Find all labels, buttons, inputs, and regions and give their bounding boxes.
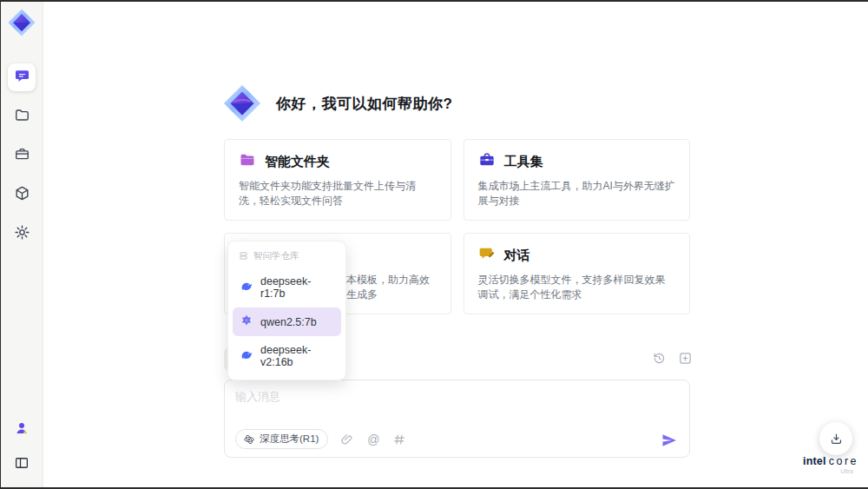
model-option-label: deepseek-v2:16b [260,344,334,368]
folder-icon [14,107,30,127]
model-dropdown-header-label: 智问学仓库 [253,250,299,262]
card-description: 灵活切换多模型文件，支持多样回复效果调试，满足个性化需求 [478,273,676,302]
download-icon [829,432,844,446]
smart-folder-icon [239,151,256,172]
sidebar-item-apps[interactable] [8,181,36,208]
dialogue-icon [478,245,496,266]
model-option-deepseek-v2[interactable]: deepseek-v2:16b [233,338,341,374]
window-left-edge [0,0,1,489]
card-title: 对话 [504,248,530,264]
sidebar-item-toolbox[interactable] [8,142,36,169]
app-logo [222,83,262,123]
sidebar-item-settings[interactable] [8,220,36,248]
greeting-row: 你好，我可以如何帮助你? [222,83,452,123]
deep-think-label: 深度思考(R1) [260,433,319,446]
deepthink-icon [243,433,255,446]
deepseek-icon [240,348,253,365]
download-fab[interactable] [819,422,852,455]
briefcase-icon [14,146,30,166]
sidebar [1,2,43,487]
mention-icon[interactable]: @ [366,433,380,446]
card-description: 智能文件夹功能支持批量文件上传与清洗，轻松实现文件问答 [239,179,437,208]
page-title: 你好，我可以如何帮助你? [276,94,452,114]
card-dialogue[interactable]: 对话 灵活切换多模型文件，支持多样回复效果调试，满足个性化需求 [464,233,691,314]
qwen-icon [240,314,253,330]
model-option-label: deepseek-r1:7b [260,275,334,300]
card-description: 集成市场上主流工具，助力AI与外界无缝扩展与对接 [478,179,676,208]
intel-word: intel [803,455,826,467]
sidebar-item-collapse-panel[interactable] [8,451,36,479]
person-icon [14,420,30,439]
deep-think-toggle[interactable]: 深度思考(R1) [235,429,328,449]
sidebar-item-account[interactable] [8,416,36,444]
card-title: 智能文件夹 [265,154,330,170]
chat-icon [14,68,30,88]
history-icon[interactable] [652,351,667,366]
card-smart-folder[interactable]: 智能文件夹 智能文件夹功能支持批量文件上传与清洗，轻松实现文件问答 [224,139,451,221]
model-dropdown-header: 智问学仓库 [233,247,341,268]
core-word: core [829,455,858,467]
repo-icon [239,251,248,262]
cube-icon [14,185,30,205]
collapse-panel-icon [14,455,30,474]
composer-toolbar: 深度思考(R1) @ [235,429,406,449]
model-option-deepseek-r1[interactable]: deepseek-r1:7b [233,269,341,306]
intel-core-logo: intelcore Ultra [803,455,858,474]
new-chat-icon[interactable] [678,351,693,366]
intel-sub-word: Ultra [803,468,858,474]
send-button[interactable] [661,432,678,449]
toolset-icon [478,151,496,172]
message-input[interactable] [225,380,689,422]
deepseek-icon [240,280,253,296]
card-title: 工具集 [504,154,543,170]
sidebar-item-folders[interactable] [8,102,36,130]
send-icon [661,432,678,449]
card-toolset[interactable]: 工具集 集成市场上主流工具，助力AI与外界无缝扩展与对接 [464,139,691,221]
model-option-label: qwen2.5:7b [260,316,317,328]
model-option-qwen25[interactable]: qwen2.5:7b [233,307,341,336]
attach-icon[interactable] [340,433,354,446]
gear-icon [14,224,30,244]
model-dropdown: 智问学仓库 deepseek-r1:7b qwen2.5:7b deepseek… [227,241,346,380]
message-composer: 深度思考(R1) @ [224,380,690,458]
app-logo [7,8,36,37]
sidebar-item-chat[interactable] [8,63,36,91]
session-actions [652,351,693,366]
window-top-edge [0,0,868,2]
command-icon[interactable] [392,433,406,446]
